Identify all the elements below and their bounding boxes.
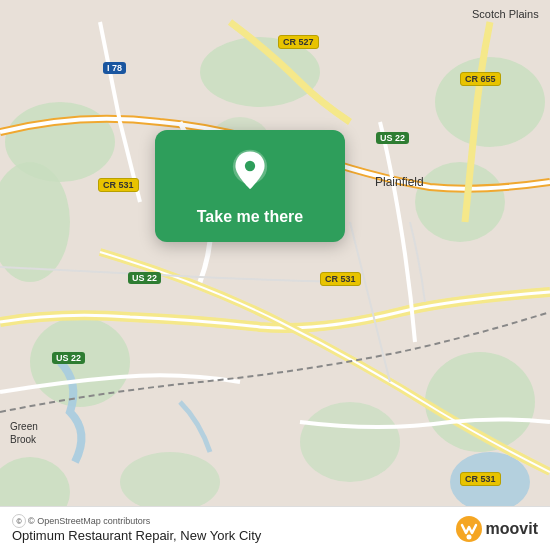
osm-logo: © [12, 514, 26, 528]
svg-point-10 [300, 402, 400, 482]
osm-credit: © © OpenStreetMap contributors [12, 514, 261, 528]
road-shield-us22-3: US 22 [52, 352, 85, 364]
bottom-bar: © © OpenStreetMap contributors Optimum R… [0, 506, 550, 550]
svg-point-9 [120, 452, 220, 512]
map-container: Scotch Plains Plainfield GreenBrook I 78… [0, 0, 550, 550]
road-shield-i78: I 78 [103, 62, 126, 74]
place-name: Optimum Restaurant Repair, New York City [12, 528, 261, 543]
moovit-text: moovit [486, 520, 538, 538]
svg-point-5 [415, 162, 505, 242]
road-shield-cr531-3: CR 531 [460, 472, 501, 486]
svg-point-17 [466, 534, 471, 539]
bottom-left: © © OpenStreetMap contributors Optimum R… [12, 514, 261, 543]
svg-point-15 [245, 161, 255, 171]
action-label: Take me there [197, 208, 303, 226]
location-pin-icon [226, 148, 274, 196]
svg-point-4 [435, 57, 545, 147]
road-shield-us22-1: US 22 [376, 132, 409, 144]
road-shield-us22-2: US 22 [128, 272, 161, 284]
take-me-there-card[interactable]: Take me there [155, 130, 345, 242]
road-shield-cr655: CR 655 [460, 72, 501, 86]
road-shield-cr531-1: CR 531 [98, 178, 139, 192]
moovit-logo[interactable]: moovit [455, 515, 538, 543]
road-shield-cr527: CR 527 [278, 35, 319, 49]
road-shield-cr531-2: CR 531 [320, 272, 361, 286]
moovit-icon [455, 515, 483, 543]
